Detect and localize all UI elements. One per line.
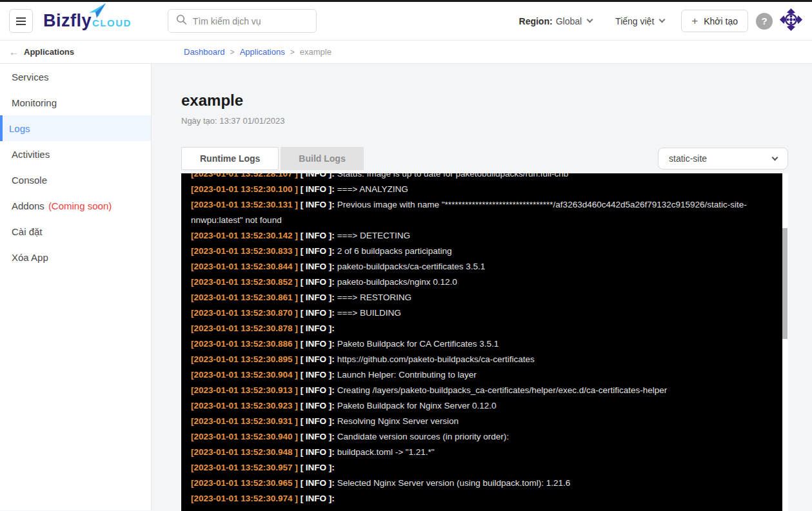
sidebar-item-cài-đặt[interactable]: Cài đặt xyxy=(0,218,151,244)
log-message: ===> BUILDING xyxy=(335,308,401,318)
sidebar-item-addons[interactable]: Addons(Coming soon) xyxy=(0,193,151,218)
log-message: Paketo Buildpack for Nginx Server 0.12.0 xyxy=(335,401,497,410)
chevron-down-icon xyxy=(659,17,666,23)
log-list: [2023-01-01 13:52:28.107 ] [ INFO ]: Sta… xyxy=(181,173,782,506)
log-level: [ INFO ]: xyxy=(301,463,335,472)
create-button-label: Khởi tạo xyxy=(704,16,738,26)
console-scrollbar[interactable] xyxy=(782,173,788,511)
paper-plane-icon xyxy=(88,3,107,22)
log-line: [2023-01-01 13:52:30.886 ] [ INFO ]: Pak… xyxy=(191,336,773,352)
bizfly-logo[interactable]: Bizfly CLOUD xyxy=(43,11,132,31)
log-line: [2023-01-01 13:52:28.107 ] [ INFO ]: Sta… xyxy=(191,173,773,182)
back-arrow-icon: ← xyxy=(9,46,19,57)
log-timestamp: [2023-01-01 13:52:30.957 ] xyxy=(191,463,301,472)
chevron-down-icon xyxy=(587,17,593,23)
breadcrumb-current: example xyxy=(300,47,332,57)
plus-icon: + xyxy=(691,15,698,28)
log-line: [2023-01-01 13:52:30.940 ] [ INFO ]: Can… xyxy=(191,429,773,445)
log-timestamp: [2023-01-01 13:52:28.107 ] xyxy=(191,173,301,178)
app-header: Bizfly CLOUD Region: Global Tiếng việt +… xyxy=(0,2,812,41)
log-line: [2023-01-01 13:52:30.965 ] [ INFO ]: Sel… xyxy=(191,476,773,491)
log-level: [ INFO ]: xyxy=(301,231,335,240)
log-console: [2023-01-01 13:52:28.107 ] [ INFO ]: Sta… xyxy=(181,173,782,511)
main-content: example Ngày tạo: 13:37 01/01/2023 Runti… xyxy=(152,64,812,510)
language-label: Tiếng việt xyxy=(615,16,654,26)
log-timestamp: [2023-01-01 13:52:30.904 ] xyxy=(191,370,301,380)
tab-build-logs[interactable]: Build Logs xyxy=(281,147,363,170)
log-timestamp: [2023-01-01 13:52:30.861 ] xyxy=(191,293,301,302)
log-timestamp: [2023-01-01 13:52:30.886 ] xyxy=(191,339,301,349)
log-level: [ INFO ]: xyxy=(301,308,335,318)
search-input[interactable] xyxy=(193,16,308,26)
hamburger-menu-button[interactable] xyxy=(9,9,33,33)
log-message: Status: Image is up to date for paketobu… xyxy=(335,173,568,178)
log-level: [ INFO ]: xyxy=(301,246,335,256)
help-icon[interactable]: ? xyxy=(756,13,773,30)
log-timestamp: [2023-01-01 13:52:30.852 ] xyxy=(191,277,301,287)
service-search[interactable] xyxy=(168,9,317,33)
log-timestamp: [2023-01-01 13:52:30.833 ] xyxy=(191,246,301,256)
back-to-applications[interactable]: ← Applications xyxy=(0,46,152,57)
sidebar-nav: ServicesMonitoringLogsActivitiesConsoleA… xyxy=(0,64,152,510)
log-message: Launch Helper: Contributing to layer xyxy=(335,370,477,380)
log-message: Paketo Buildpack for CA Certificates 3.5… xyxy=(335,339,499,349)
sidebar-item-label: Activities xyxy=(12,149,50,160)
log-message: https://github.com/paketo-buildpacks/ca-… xyxy=(335,354,535,364)
logo-brand-text: Bizfly xyxy=(43,11,92,31)
log-line: [2023-01-01 13:52:30.142 ] [ INFO ]: ===… xyxy=(191,228,773,244)
log-message: paketo-buildpacks/ca-certificates 3.5.1 xyxy=(335,262,485,271)
language-selector[interactable]: Tiếng việt xyxy=(615,16,664,26)
tab-runtime-logs[interactable]: Runtime Logs xyxy=(181,147,279,170)
log-message: Resolving Nginx Server version xyxy=(335,416,459,426)
log-level: [ INFO ]: xyxy=(301,173,335,178)
region-selector[interactable]: Region: Global xyxy=(519,16,593,26)
back-label: Applications xyxy=(24,47,74,57)
log-line: [2023-01-01 13:52:30.931 ] [ INFO ]: Res… xyxy=(191,414,773,429)
sidebar-item-console[interactable]: Console xyxy=(0,167,151,193)
scrollbar-thumb[interactable] xyxy=(782,228,787,339)
log-timestamp: [2023-01-01 13:52:30.870 ] xyxy=(191,308,301,318)
log-timestamp: [2023-01-01 13:52:30.100 ] xyxy=(191,184,301,194)
log-level: [ INFO ]: xyxy=(301,416,335,426)
log-message: Creating /layers/paketo-buildpacks_ca-ce… xyxy=(335,385,668,395)
log-level: [ INFO ]: xyxy=(301,354,335,364)
log-message: ===> ANALYZING xyxy=(335,184,408,194)
log-message: Selected Nginx Server version (using bui… xyxy=(335,478,570,488)
sidebar-item-services[interactable]: Services xyxy=(0,64,151,90)
log-timestamp: [2023-01-01 13:52:30.844 ] xyxy=(191,262,301,271)
log-message: ===> DETECTING xyxy=(335,231,410,240)
log-line: [2023-01-01 13:52:30.861 ] [ INFO ]: ===… xyxy=(191,290,773,305)
region-label: Region: xyxy=(519,16,553,26)
log-line: [2023-01-01 13:52:30.833 ] [ INFO ]: 2 o… xyxy=(191,244,773,259)
sidebar-item-activities[interactable]: Activities xyxy=(0,141,151,167)
breadcrumb-separator: > xyxy=(290,48,295,57)
log-message: ===> RESTORING xyxy=(335,293,411,302)
log-level: [ INFO ]: xyxy=(301,385,335,395)
page-title: example xyxy=(181,92,812,110)
portal-apps-icon[interactable] xyxy=(779,8,803,34)
breadcrumb-applications[interactable]: Applications xyxy=(240,47,285,57)
log-level: [ INFO ]: xyxy=(301,293,335,302)
log-level: [ INFO ]: xyxy=(301,184,335,194)
log-line: [2023-01-01 13:52:30.913 ] [ INFO ]: Cre… xyxy=(191,383,773,398)
log-timestamp: [2023-01-01 13:52:30.948 ] xyxy=(191,447,301,457)
sidebar-item-monitoring[interactable]: Monitoring xyxy=(0,90,151,115)
log-level: [ INFO ]: xyxy=(301,323,335,333)
subheader: ← Applications Dashboard > Applications … xyxy=(0,41,812,64)
service-select[interactable]: static-site xyxy=(658,148,788,169)
log-level: [ INFO ]: xyxy=(301,277,335,287)
log-message: Candidate version sources (in priority o… xyxy=(335,432,509,441)
log-level: [ INFO ]: xyxy=(301,447,335,457)
log-line: [2023-01-01 13:52:30.904 ] [ INFO ]: Lau… xyxy=(191,367,773,383)
create-button[interactable]: + Khởi tạo xyxy=(681,10,748,32)
sidebar-item-label: Xóa App xyxy=(12,252,48,263)
log-timestamp: [2023-01-01 13:52:30.974 ] xyxy=(191,494,301,503)
sidebar-item-xóa-app[interactable]: Xóa App xyxy=(0,244,151,270)
log-timestamp: [2023-01-01 13:52:30.913 ] xyxy=(191,385,301,395)
log-line: [2023-01-01 13:52:30.100 ] [ INFO ]: ===… xyxy=(191,182,773,197)
sidebar-item-logs[interactable]: Logs xyxy=(0,115,151,141)
breadcrumb-dashboard[interactable]: Dashboard xyxy=(184,47,225,57)
region-value: Global xyxy=(556,16,582,26)
log-timestamp: [2023-01-01 13:52:30.895 ] xyxy=(191,354,301,364)
log-timestamp: [2023-01-01 13:52:30.142 ] xyxy=(191,231,301,240)
